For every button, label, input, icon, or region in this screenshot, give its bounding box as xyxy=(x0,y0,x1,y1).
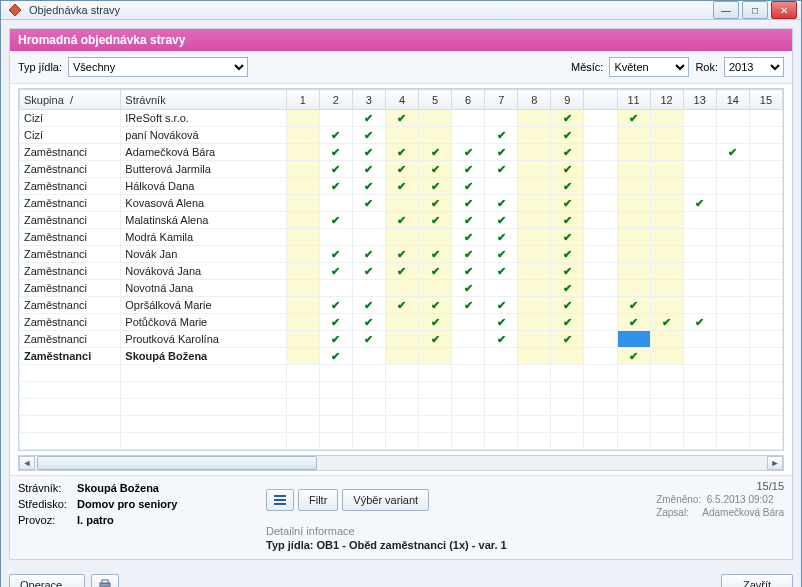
cell-group[interactable]: Zaměstnanci xyxy=(20,246,121,263)
grid-cell[interactable] xyxy=(749,297,782,314)
filter-button[interactable]: Filtr xyxy=(298,489,338,511)
grid-cell[interactable] xyxy=(518,263,551,280)
grid-cell[interactable] xyxy=(716,212,749,229)
grid-cell[interactable] xyxy=(749,144,782,161)
grid-cell[interactable] xyxy=(650,144,683,161)
grid-cell[interactable] xyxy=(452,348,485,365)
grid-cell[interactable]: ✔ xyxy=(419,246,452,263)
grid-cell[interactable] xyxy=(749,212,782,229)
grid-cell[interactable] xyxy=(749,229,782,246)
grid-cell[interactable] xyxy=(650,178,683,195)
grid-cell[interactable] xyxy=(385,314,418,331)
grid-cell[interactable]: ✔ xyxy=(352,331,385,348)
cell-group[interactable]: Zaměstnanci xyxy=(20,229,121,246)
grid-cell[interactable] xyxy=(749,314,782,331)
grid-cell[interactable] xyxy=(485,110,518,127)
mealtype-select[interactable]: Všechny xyxy=(68,57,248,77)
col-header-group[interactable]: Skupina / xyxy=(20,90,121,110)
grid-cell[interactable] xyxy=(584,212,617,229)
grid-cell[interactable]: ✔ xyxy=(452,280,485,297)
col-header-day[interactable]: 12 xyxy=(650,90,683,110)
cell-group[interactable]: Cizí xyxy=(20,127,121,144)
grid-cell[interactable] xyxy=(584,127,617,144)
grid-cell[interactable] xyxy=(584,178,617,195)
grid-cell[interactable]: ✔ xyxy=(485,297,518,314)
grid-cell[interactable] xyxy=(749,178,782,195)
year-select[interactable]: 2013 xyxy=(724,57,784,77)
cell-group[interactable]: Zaměstnanci xyxy=(20,195,121,212)
grid-cell[interactable] xyxy=(518,161,551,178)
grid-cell[interactable] xyxy=(716,348,749,365)
horizontal-scrollbar[interactable]: ◄ ► xyxy=(18,455,784,471)
grid-cell[interactable] xyxy=(319,229,352,246)
grid-cell[interactable]: ✔ xyxy=(352,110,385,127)
grid-cell[interactable] xyxy=(749,348,782,365)
col-header-day[interactable]: 9 xyxy=(551,90,584,110)
grid-cell[interactable] xyxy=(385,229,418,246)
grid-cell[interactable]: ✔ xyxy=(485,144,518,161)
grid-cell[interactable] xyxy=(716,127,749,144)
grid-cell[interactable] xyxy=(419,280,452,297)
scroll-left-icon[interactable]: ◄ xyxy=(19,456,35,470)
grid-cell[interactable]: ✔ xyxy=(551,314,584,331)
grid-cell[interactable] xyxy=(650,110,683,127)
grid-cell[interactable] xyxy=(286,144,319,161)
grid-cell[interactable] xyxy=(650,246,683,263)
grid-cell[interactable] xyxy=(518,229,551,246)
grid-cell[interactable] xyxy=(749,110,782,127)
grid-cell[interactable]: ✔ xyxy=(551,263,584,280)
grid-cell[interactable] xyxy=(551,348,584,365)
grid-cell[interactable] xyxy=(286,127,319,144)
grid-cell[interactable] xyxy=(716,314,749,331)
col-header-name[interactable]: Strávník xyxy=(121,90,286,110)
scroll-thumb[interactable] xyxy=(37,456,317,470)
grid-cell[interactable] xyxy=(650,229,683,246)
grid-cell[interactable]: ✔ xyxy=(352,144,385,161)
grid-cell[interactable] xyxy=(683,280,716,297)
grid-cell[interactable] xyxy=(584,144,617,161)
cell-group[interactable]: Zaměstnanci xyxy=(20,263,121,280)
grid-cell[interactable] xyxy=(518,110,551,127)
grid-cell[interactable]: ✔ xyxy=(385,246,418,263)
grid-cell[interactable]: ✔ xyxy=(385,110,418,127)
grid-cell[interactable] xyxy=(584,348,617,365)
col-header-day[interactable]: 15 xyxy=(749,90,782,110)
grid-cell[interactable] xyxy=(518,127,551,144)
grid-cell[interactable] xyxy=(716,280,749,297)
grid-cell[interactable] xyxy=(584,229,617,246)
grid-cell[interactable] xyxy=(683,348,716,365)
cell-name[interactable]: Skoupá Božena xyxy=(121,348,286,365)
grid-cell[interactable]: ✔ xyxy=(452,246,485,263)
grid-cell[interactable]: ✔ xyxy=(419,195,452,212)
grid-cell[interactable] xyxy=(385,280,418,297)
grid-cell[interactable]: ✔ xyxy=(485,127,518,144)
grid-cell[interactable] xyxy=(485,280,518,297)
grid-cell[interactable] xyxy=(452,127,485,144)
grid-cell[interactable] xyxy=(683,246,716,263)
grid-cell[interactable] xyxy=(617,195,650,212)
grid-cell[interactable]: ✔ xyxy=(485,246,518,263)
grid-cell[interactable] xyxy=(518,280,551,297)
grid-cell[interactable]: ✔ xyxy=(352,161,385,178)
grid-cell[interactable] xyxy=(650,348,683,365)
grid-cell[interactable]: ✔ xyxy=(452,263,485,280)
grid-cell[interactable] xyxy=(286,263,319,280)
grid-cell[interactable]: ✔ xyxy=(385,263,418,280)
grid-cell[interactable]: ✔ xyxy=(319,263,352,280)
grid-cell[interactable]: ✔ xyxy=(419,297,452,314)
grid-cell[interactable] xyxy=(749,280,782,297)
col-header-day[interactable]: 1 xyxy=(286,90,319,110)
col-header-day[interactable]: 8 xyxy=(518,90,551,110)
grid-cell[interactable] xyxy=(716,297,749,314)
grid-cell[interactable]: ✔ xyxy=(551,212,584,229)
grid-cell[interactable] xyxy=(749,263,782,280)
grid-cell[interactable]: ✔ xyxy=(385,178,418,195)
grid-cell[interactable]: ✔ xyxy=(419,263,452,280)
grid-cell[interactable] xyxy=(716,178,749,195)
grid-cell[interactable] xyxy=(352,229,385,246)
grid-cell[interactable] xyxy=(650,263,683,280)
grid-cell[interactable] xyxy=(385,127,418,144)
grid-cell[interactable] xyxy=(352,212,385,229)
grid-cell[interactable] xyxy=(286,229,319,246)
grid-cell[interactable]: ✔ xyxy=(319,314,352,331)
